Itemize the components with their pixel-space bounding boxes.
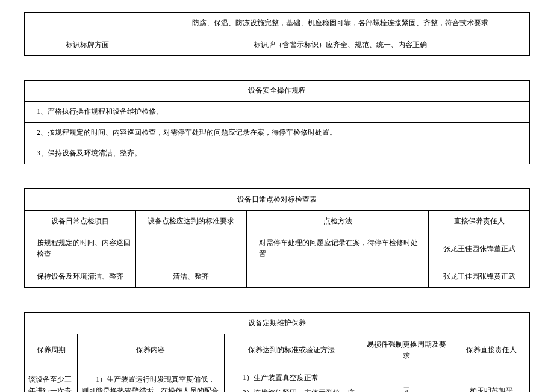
cell-facility-req: 防腐、保温、防冻设施完整，基础、机座稳固可靠，各部螺栓连接紧固、齐整，符合技术要… bbox=[151, 13, 529, 34]
table-header-row: 设备日常点检项目 设备点检应达到的标准要求 点检方法 直接保养责任人 bbox=[25, 210, 530, 232]
table-header: 设备安全操作规程 bbox=[25, 81, 530, 102]
cell: 张龙王佳园张锋董正武 bbox=[429, 232, 530, 266]
table-header: 设备定期维护保养 bbox=[25, 312, 530, 334]
cell-content: 1）生产装置运行时发现真空度偏低，则可能是换热管壁结垢，在操作人员的配合下请专业… bbox=[78, 367, 225, 392]
cell-cycle: 该设备至少三年进行一次专项检查保 bbox=[25, 367, 78, 392]
table-header-row: 保养周期 保养内容 保养达到的标准或验证方法 易损件强制更换周期及要求 保养直接… bbox=[25, 334, 530, 367]
table-row: 3、保持设备及环境清洁、整齐。 bbox=[25, 143, 530, 164]
cell: 对需停车处理的问题应记录在案，待停车检修时处置 bbox=[247, 232, 429, 266]
cell-replace: 无 bbox=[359, 367, 453, 392]
procedure-item-3: 3、保持设备及环境清洁、整齐。 bbox=[25, 143, 530, 164]
table-row: 2、按规程规定的时间、内容巡回检查，对需停车处理的问题应记录在案，待停车检修时处… bbox=[25, 122, 530, 143]
cell: 清洁、整齐 bbox=[135, 266, 247, 287]
verify-line-2: 2）连接部位紧固，主体无裂纹、腐蚀现象，所配套进出口管线无泄漏。无 bbox=[228, 387, 355, 392]
cell-person: 柏玉明苏旭平 bbox=[453, 367, 530, 392]
col-person: 直接保养责任人 bbox=[429, 210, 530, 232]
inspection-title: 设备日常点检对标检查表 bbox=[25, 188, 530, 210]
table-row: 1、严格执行操作规程和设备维护检修。 bbox=[25, 101, 530, 122]
col-person: 保养直接责任人 bbox=[453, 334, 530, 367]
table-header: 设备日常点检对标检查表 bbox=[25, 188, 530, 210]
table-row: 防腐、保温、防冻设施完整，基础、机座稳固可靠，各部螺栓连接紧固、齐整，符合技术要… bbox=[25, 13, 530, 34]
table-row: 该设备至少三年进行一次专项检查保 1）生产装置运行时发现真空度偏低，则可能是换热… bbox=[25, 367, 530, 392]
cell-empty bbox=[25, 13, 151, 34]
cell bbox=[135, 232, 247, 266]
col-verify: 保养达到的标准或验证方法 bbox=[224, 334, 359, 367]
cell-verify: 1）生产装置真空度正常 2）连接部位紧固，主体无裂纹、腐蚀现象，所配套进出口管线… bbox=[224, 367, 359, 392]
col-standard: 设备点检应达到的标准要求 bbox=[135, 210, 247, 232]
maintenance-title: 设备定期维护保养 bbox=[25, 312, 530, 334]
table-row: 按规程规定的时间、内容巡回检查 对需停车处理的问题应记录在案，待停车检修时处置 … bbox=[25, 232, 530, 266]
col-replace: 易损件强制更换周期及要求 bbox=[359, 334, 453, 367]
procedure-title: 设备安全操作规程 bbox=[25, 81, 530, 102]
cell-sign-aspect: 标识标牌方面 bbox=[25, 34, 151, 56]
cell: 保持设备及环境清洁、整齐 bbox=[25, 266, 136, 287]
col-method: 点检方法 bbox=[247, 210, 429, 232]
col-content: 保养内容 bbox=[78, 334, 225, 367]
cell: 按规程规定的时间、内容巡回检查 bbox=[25, 232, 136, 266]
col-cycle: 保养周期 bbox=[25, 334, 78, 367]
procedure-item-2: 2、按规程规定的时间、内容巡回检查，对需停车处理的问题应记录在案，待停车检修时处… bbox=[25, 122, 530, 143]
col-item: 设备日常点检项目 bbox=[25, 210, 136, 232]
verify-line-1: 1）生产装置真空度正常 bbox=[228, 372, 355, 384]
procedure-item-1: 1、严格执行操作规程和设备维护检修。 bbox=[25, 101, 530, 122]
daily-inspection-table: 设备日常点检对标检查表 设备日常点检项目 设备点检应达到的标准要求 点检方法 直… bbox=[24, 188, 530, 288]
maintenance-table: 设备定期维护保养 保养周期 保养内容 保养达到的标准或验证方法 易损件强制更换周… bbox=[24, 312, 530, 392]
standards-table: 防腐、保温、防冻设施完整，基础、机座稳固可靠，各部螺栓连接紧固、齐整，符合技术要… bbox=[24, 12, 530, 56]
procedure-table: 设备安全操作规程 1、严格执行操作规程和设备维护检修。 2、按规程规定的时间、内… bbox=[24, 80, 530, 164]
table-row: 保持设备及环境清洁、整齐 清洁、整齐 张龙王佳园张锋黄正武 bbox=[25, 266, 530, 287]
cell: 张龙王佳园张锋黄正武 bbox=[429, 266, 530, 287]
cell-sign-req: 标识牌（含警示标识）应齐全、规范、统一、内容正确 bbox=[151, 34, 529, 56]
cell bbox=[247, 266, 429, 287]
table-row: 标识标牌方面 标识牌（含警示标识）应齐全、规范、统一、内容正确 bbox=[25, 34, 530, 56]
